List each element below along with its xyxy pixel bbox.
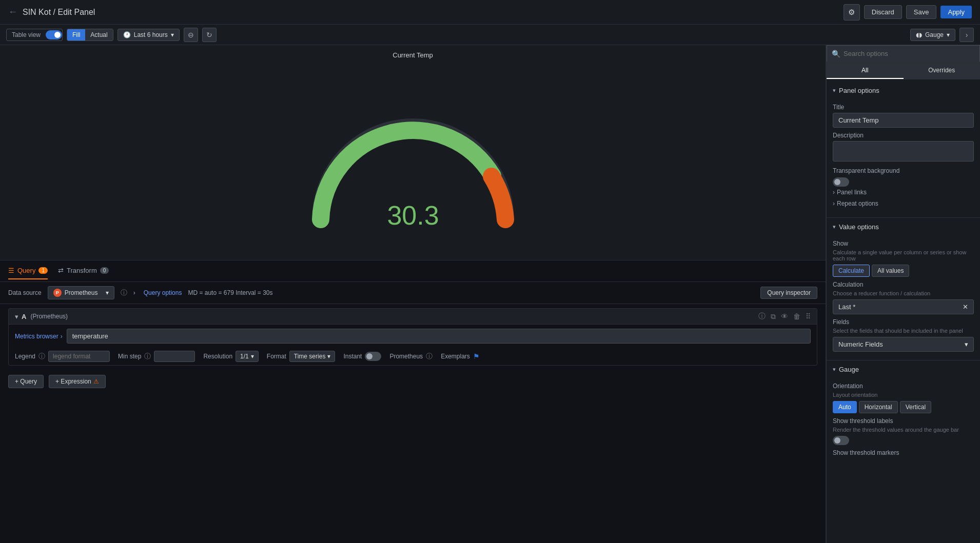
query-icon: ☰	[8, 267, 14, 274]
refresh-button[interactable]: ↻	[202, 28, 217, 42]
back-button[interactable]: ←	[8, 7, 17, 17]
value-options-label: Value options	[839, 223, 879, 231]
panel-title-input[interactable]	[833, 113, 974, 128]
search-options-input[interactable]	[827, 45, 980, 62]
prometheus-info-icon[interactable]: ⓘ	[426, 352, 433, 361]
value-options-header[interactable]: ▾ Value options	[827, 220, 980, 234]
viz-title: Current Temp	[393, 51, 433, 59]
gauge-section-content: Orientation Layout orientation Auto Hori…	[827, 376, 980, 465]
format-value: Time series	[294, 353, 326, 360]
overrides-tab[interactable]: Overrides	[904, 63, 981, 79]
transparent-bg-label: Transparent background	[833, 167, 974, 174]
apply-button[interactable]: Apply	[940, 6, 972, 18]
add-expression-button[interactable]: + Expression ⚠	[49, 375, 106, 388]
all-tab[interactable]: All	[827, 63, 904, 79]
format-group: Format Time series ▾	[267, 351, 336, 362]
chevron-down-icon: ▾	[965, 340, 968, 348]
transparent-bg-toggle[interactable]	[833, 177, 849, 187]
query-duplicate-icon[interactable]: ⧉	[771, 312, 776, 321]
discard-button[interactable]: Discard	[864, 5, 902, 19]
settings-icon[interactable]: ⚙	[844, 4, 860, 21]
resolution-select[interactable]: 1/1 ▾	[236, 351, 259, 362]
query-inspector-button[interactable]: Query inspector	[760, 287, 817, 299]
datasource-select[interactable]: P Prometheus ▾	[48, 286, 114, 299]
legend-group: Legend ⓘ	[15, 351, 110, 362]
query-delete-icon[interactable]: 🗑	[793, 312, 800, 320]
viz-area: Current Temp 30.3	[0, 45, 826, 260]
viz-toolbar: Table view Fill Actual 🕐 Last 6 hours ▾ …	[0, 25, 980, 45]
gauge-container: 30.3	[290, 76, 536, 240]
panel-options-header[interactable]: ▾ Panel options	[827, 84, 980, 97]
all-values-button[interactable]: All values	[872, 265, 909, 277]
minstep-info-icon[interactable]: ⓘ	[144, 352, 151, 361]
search-icon: 🔍	[832, 50, 840, 58]
panel-links-link[interactable]: › Panel links	[833, 187, 974, 198]
save-button[interactable]: Save	[906, 5, 937, 19]
chevron-down-icon: ▾	[106, 289, 109, 296]
query-drag-icon[interactable]: ⠿	[806, 312, 811, 320]
legend-label: Legend	[15, 353, 35, 360]
clock-icon: 🕐	[123, 31, 131, 38]
chevron-right-icon: ›	[833, 189, 835, 196]
transform-icon: ⇄	[58, 267, 64, 274]
repeat-options-link[interactable]: › Repeat options	[833, 198, 974, 209]
warning-icon: ⚠	[93, 378, 99, 385]
legend-input[interactable]	[48, 351, 110, 362]
table-view-switch[interactable]	[46, 30, 62, 39]
panel-type-button[interactable]: ◖◗ Gauge ▾	[910, 29, 955, 41]
fill-button[interactable]: Fill	[67, 29, 85, 41]
chevron-down-icon: ▾	[171, 31, 174, 38]
metrics-browser-button[interactable]: Metrics browser ›	[15, 333, 63, 340]
instant-label: Instant	[343, 353, 362, 360]
title-label: Title	[833, 104, 974, 111]
chevron-down-icon: ▾	[327, 353, 330, 360]
right-panel: 🔍 All Overrides ▾ Panel options Title De…	[826, 45, 980, 543]
format-select[interactable]: Time series ▾	[289, 351, 336, 362]
time-range-button[interactable]: 🕐 Last 6 hours ▾	[117, 29, 180, 41]
panel-expand-button[interactable]: ›	[959, 28, 974, 42]
tab-transform[interactable]: ⇄ Transform 0	[58, 263, 109, 279]
fields-value: Numeric Fields	[838, 340, 883, 348]
time-range-label: Last 6 hours	[134, 31, 168, 38]
gauge-chevron: ▾	[833, 366, 836, 373]
calculate-button[interactable]: Calculate	[833, 265, 870, 277]
format-label: Format	[267, 353, 286, 360]
query-options-toggle[interactable]: Query options	[144, 289, 182, 296]
gauge-section-header[interactable]: ▾ Gauge	[827, 363, 980, 376]
show-sublabel: Calculate a single value per column or s…	[833, 249, 974, 262]
auto-button[interactable]: Auto	[833, 401, 857, 413]
datasource-info-icon[interactable]: ⓘ	[121, 288, 127, 297]
minstep-input[interactable]	[154, 351, 195, 362]
panel-options-content: Title Description Transparent background…	[827, 97, 980, 215]
instant-toggle[interactable]	[365, 352, 381, 361]
query-input-field[interactable]	[67, 329, 811, 344]
transform-badge: 0	[100, 267, 109, 274]
fields-select[interactable]: Numeric Fields ▾	[833, 337, 974, 352]
tab-query[interactable]: ☰ Query 1	[8, 263, 48, 279]
calculation-select[interactable]: Last * ✕	[833, 299, 974, 314]
fill-actual-group[interactable]: Fill Actual	[67, 29, 113, 41]
left-panel: Current Temp 30.3 ☰	[0, 45, 826, 543]
horizontal-button[interactable]: Horizontal	[859, 401, 898, 413]
prometheus-icon: P	[53, 289, 62, 297]
minstep-group: Min step ⓘ	[118, 351, 195, 362]
query-info-icon[interactable]: ⓘ	[758, 312, 766, 321]
query-visibility-icon[interactable]: 👁	[781, 312, 788, 320]
value-options-chevron: ▾	[833, 224, 836, 230]
legend-info-icon[interactable]: ⓘ	[38, 352, 45, 361]
actual-button[interactable]: Actual	[85, 29, 112, 41]
table-view-toggle[interactable]: Table view	[6, 29, 63, 41]
show-threshold-labels-sublabel: Render the threshold values around the g…	[833, 427, 974, 433]
threshold-labels-toggle[interactable]	[833, 436, 849, 445]
description-textarea[interactable]	[833, 141, 974, 162]
zoom-out-button[interactable]: ⊖	[184, 28, 198, 42]
vertical-button[interactable]: Vertical	[900, 401, 931, 413]
svg-text:30.3: 30.3	[387, 200, 439, 230]
gauge-svg: 30.3	[290, 76, 536, 240]
add-query-button[interactable]: + Query	[8, 375, 44, 388]
query-tabs: ☰ Query 1 ⇄ Transform 0	[0, 260, 826, 282]
exemplars-icon: ⚑	[473, 352, 480, 360]
show-threshold-markers-label: Show threshold markers	[833, 449, 974, 456]
query-collapse-icon[interactable]: ▾	[15, 313, 18, 320]
query-a-source: (Prometheus)	[30, 313, 758, 320]
